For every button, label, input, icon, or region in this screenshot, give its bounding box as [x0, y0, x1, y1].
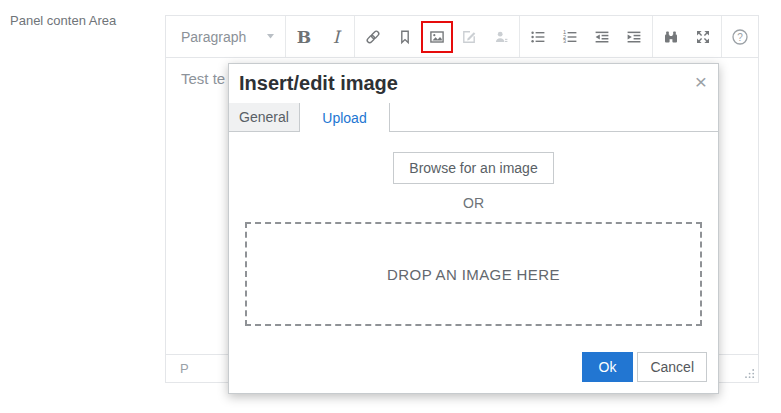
numbered-list-icon: 1 2 3	[562, 29, 578, 45]
bullet-list-button[interactable]	[522, 21, 554, 53]
anchor-icon	[397, 29, 413, 45]
page: Panel conten Area Paragraph B I	[0, 0, 781, 413]
numbered-list-button[interactable]: 1 2 3	[554, 21, 586, 53]
edit-icon	[461, 29, 477, 45]
or-label: OR	[245, 195, 702, 211]
ok-button[interactable]: Ok	[582, 352, 634, 382]
tab-upload-label: Upload	[322, 110, 366, 126]
user-icon	[493, 29, 509, 45]
help-button[interactable]: ?	[724, 21, 756, 53]
field-label: Panel conten Area	[10, 13, 116, 28]
bullet-list-icon	[530, 29, 546, 45]
tab-upload[interactable]: Upload	[300, 103, 390, 132]
find-replace-icon	[663, 29, 679, 45]
svg-text:?: ?	[737, 31, 743, 42]
image-drop-zone[interactable]: DROP AN IMAGE HERE	[245, 222, 702, 326]
toolbar-group-text-style: B I	[286, 16, 354, 57]
image-icon	[429, 29, 445, 45]
dialog-header: Insert/edit image ×	[229, 64, 718, 103]
dialog-title: Insert/edit image	[239, 72, 398, 95]
italic-icon: I	[333, 27, 340, 47]
italic-button[interactable]: I	[320, 21, 352, 53]
edit-block-button[interactable]	[453, 21, 485, 53]
close-icon[interactable]: ×	[695, 71, 707, 92]
indent-button[interactable]	[618, 21, 650, 53]
svg-text:3: 3	[563, 38, 566, 44]
help-icon: ?	[731, 28, 749, 46]
format-select-value: Paragraph	[181, 29, 246, 45]
editor-toolbar: Paragraph B I	[166, 16, 758, 58]
resize-grip-icon[interactable]	[744, 368, 755, 379]
toolbar-group-tools	[653, 16, 721, 57]
drop-zone-label: DROP AN IMAGE HERE	[387, 266, 560, 283]
insert-image-button[interactable]	[421, 21, 453, 53]
browse-for-image-button[interactable]: Browse for an image	[393, 152, 553, 184]
find-replace-button[interactable]	[655, 21, 687, 53]
tab-general[interactable]: General	[229, 103, 300, 131]
element-path: P	[180, 361, 189, 376]
cancel-button[interactable]: Cancel	[637, 352, 707, 382]
indent-icon	[626, 29, 642, 45]
fullscreen-icon	[695, 29, 711, 45]
toolbar-group-insert	[355, 16, 519, 57]
toolbar-group-lists: 1 2 3	[520, 16, 652, 57]
outdent-icon	[594, 29, 610, 45]
editor-text: Test te	[181, 70, 225, 87]
toolbar-group-help: ?	[722, 16, 758, 57]
upload-panel: Browse for an image OR DROP AN IMAGE HER…	[229, 132, 718, 326]
anchor-button[interactable]	[389, 21, 421, 53]
bold-icon: B	[297, 27, 311, 47]
outdent-button[interactable]	[586, 21, 618, 53]
dialog-tab-bar: General Upload	[229, 103, 718, 132]
user-button[interactable]	[485, 21, 517, 53]
format-select[interactable]: Paragraph	[166, 16, 285, 57]
fullscreen-button[interactable]	[687, 21, 719, 53]
tab-general-label: General	[239, 109, 289, 125]
link-icon	[365, 29, 381, 45]
chevron-down-icon	[267, 34, 275, 39]
bold-button[interactable]: B	[288, 21, 320, 53]
dialog-footer: Ok Cancel	[582, 352, 707, 382]
insert-link-button[interactable]	[357, 21, 389, 53]
insert-edit-image-dialog: Insert/edit image × General Upload Brows…	[228, 63, 719, 394]
